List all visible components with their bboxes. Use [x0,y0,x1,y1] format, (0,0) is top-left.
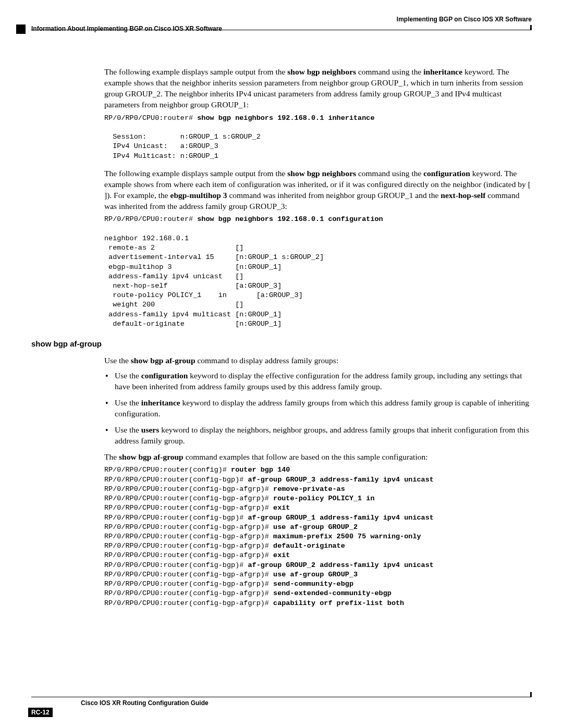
header-section-title: Information About Implementing BGP on Ci… [31,25,222,32]
page-header: Implementing BGP on Cisco IOS XR Softwar… [31,16,532,30]
footer-page-number: RC-12 [28,708,53,717]
code-block: RP/0/RP0/CPU0:router# show bgp neighbors… [104,215,532,329]
paragraph: Use the show bgp af-group command to dis… [104,355,532,366]
footer-doc-title: Cisco IOS XR Routing Configuration Guide [81,699,209,707]
paragraph: The following example displays sample ou… [104,168,532,212]
page-footer: Cisco IOS XR Routing Configuration Guide… [0,697,563,707]
list-item: Use the configuration keyword to display… [115,371,532,392]
bullet-list: Use the configuration keyword to display… [115,371,532,447]
section-heading: show bgp af-group [31,339,532,348]
paragraph: The following example displays sample ou… [104,67,532,110]
code-block: RP/0/RP0/CPU0:router# show bgp neighbors… [104,114,532,161]
header-chapter-title: Implementing BGP on Cisco IOS XR Softwar… [397,16,532,23]
code-block: RP/0/RP0/CPU0:router(config)# router bgp… [104,465,532,608]
main-content: The following example displays sample ou… [104,67,532,608]
list-item: Use the users keyword to display the nei… [115,425,532,447]
list-item: Use the inheritance keyword to display t… [115,398,532,419]
paragraph: The show bgp af-group command examples t… [104,452,532,463]
